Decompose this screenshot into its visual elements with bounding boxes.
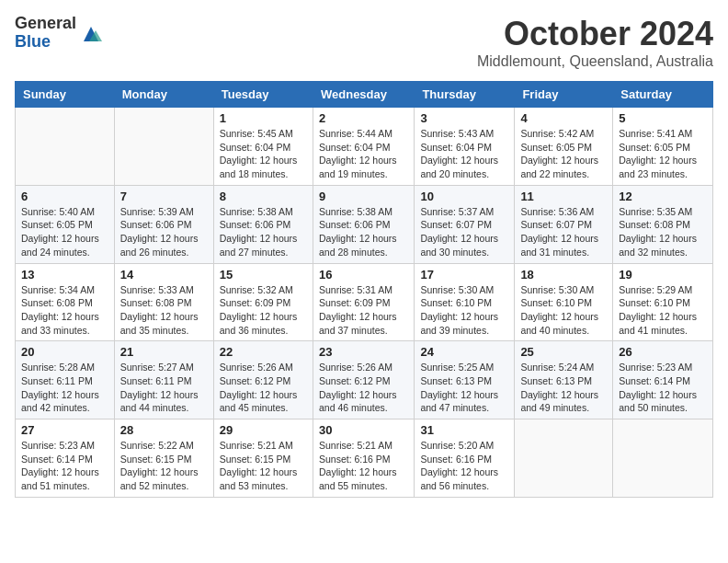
- calendar-cell: 7Sunrise: 5:39 AM Sunset: 6:06 PM Daylig…: [114, 185, 213, 263]
- day-number: 2: [319, 111, 408, 125]
- day-info: Sunrise: 5:43 AM Sunset: 6:04 PM Dayligh…: [420, 127, 508, 181]
- weekday-header-thursday: Thursday: [415, 82, 515, 108]
- day-number: 13: [21, 268, 108, 282]
- calendar-cell: 27Sunrise: 5:23 AM Sunset: 6:14 PM Dayli…: [16, 419, 115, 498]
- calendar-cell: 2Sunrise: 5:44 AM Sunset: 6:04 PM Daylig…: [313, 108, 414, 186]
- calendar-cell: 11Sunrise: 5:36 AM Sunset: 6:07 PM Dayli…: [515, 185, 613, 263]
- day-number: 8: [220, 190, 307, 203]
- day-number: 15: [220, 268, 307, 282]
- calendar-week-2: 6Sunrise: 5:40 AM Sunset: 6:05 PM Daylig…: [16, 185, 713, 263]
- calendar-cell: 25Sunrise: 5:24 AM Sunset: 6:13 PM Dayli…: [515, 341, 613, 419]
- day-info: Sunrise: 5:20 AM Sunset: 6:16 PM Dayligh…: [420, 439, 508, 493]
- calendar-cell: 8Sunrise: 5:38 AM Sunset: 6:06 PM Daylig…: [213, 185, 313, 263]
- day-info: Sunrise: 5:23 AM Sunset: 6:14 PM Dayligh…: [21, 439, 108, 493]
- calendar-cell: 18Sunrise: 5:30 AM Sunset: 6:10 PM Dayli…: [515, 263, 613, 341]
- day-number: 31: [420, 423, 508, 437]
- day-info: Sunrise: 5:38 AM Sunset: 6:06 PM Dayligh…: [220, 205, 307, 259]
- weekday-header-row: SundayMondayTuesdayWednesdayThursdayFrid…: [16, 82, 713, 108]
- calendar-cell: 4Sunrise: 5:42 AM Sunset: 6:05 PM Daylig…: [515, 108, 613, 186]
- day-number: 21: [120, 345, 208, 359]
- day-info: Sunrise: 5:33 AM Sunset: 6:08 PM Dayligh…: [120, 283, 208, 338]
- day-number: 20: [21, 345, 108, 359]
- day-number: 7: [120, 190, 208, 203]
- weekday-header-tuesday: Tuesday: [213, 82, 313, 108]
- day-number: 1: [220, 111, 307, 125]
- logo: General Blue: [15, 15, 102, 52]
- calendar-cell: [613, 419, 713, 498]
- day-info: Sunrise: 5:36 AM Sunset: 6:07 PM Dayligh…: [520, 205, 607, 259]
- title-block: October 2024 Middlemount, Queensland, Au…: [477, 15, 713, 70]
- day-number: 25: [520, 345, 607, 359]
- day-number: 26: [619, 345, 707, 359]
- day-info: Sunrise: 5:38 AM Sunset: 6:06 PM Dayligh…: [319, 205, 408, 259]
- day-info: Sunrise: 5:23 AM Sunset: 6:14 PM Dayligh…: [619, 361, 707, 415]
- day-number: 4: [520, 111, 607, 125]
- day-number: 18: [520, 268, 607, 282]
- day-number: 6: [21, 190, 108, 203]
- calendar-cell: 16Sunrise: 5:31 AM Sunset: 6:09 PM Dayli…: [313, 263, 414, 341]
- day-info: Sunrise: 5:30 AM Sunset: 6:10 PM Dayligh…: [420, 283, 508, 338]
- day-info: Sunrise: 5:21 AM Sunset: 6:16 PM Dayligh…: [319, 439, 408, 493]
- day-info: Sunrise: 5:25 AM Sunset: 6:13 PM Dayligh…: [420, 361, 508, 415]
- day-info: Sunrise: 5:21 AM Sunset: 6:15 PM Dayligh…: [220, 439, 307, 493]
- day-info: Sunrise: 5:44 AM Sunset: 6:04 PM Dayligh…: [319, 127, 408, 181]
- day-number: 5: [619, 111, 707, 125]
- calendar-cell: 24Sunrise: 5:25 AM Sunset: 6:13 PM Dayli…: [415, 341, 515, 419]
- day-number: 9: [319, 190, 408, 203]
- calendar-cell: 10Sunrise: 5:37 AM Sunset: 6:07 PM Dayli…: [415, 185, 515, 263]
- day-info: Sunrise: 5:29 AM Sunset: 6:10 PM Dayligh…: [619, 283, 707, 338]
- calendar-cell: 31Sunrise: 5:20 AM Sunset: 6:16 PM Dayli…: [415, 419, 515, 498]
- day-number: 17: [420, 268, 508, 282]
- calendar-week-3: 13Sunrise: 5:34 AM Sunset: 6:08 PM Dayli…: [16, 263, 713, 341]
- calendar-week-1: 1Sunrise: 5:45 AM Sunset: 6:04 PM Daylig…: [16, 108, 713, 186]
- day-number: 30: [319, 423, 408, 437]
- day-number: 24: [420, 345, 508, 359]
- day-number: 3: [420, 111, 508, 125]
- day-info: Sunrise: 5:39 AM Sunset: 6:06 PM Dayligh…: [120, 205, 208, 259]
- weekday-header-sunday: Sunday: [16, 82, 115, 108]
- day-number: 28: [120, 423, 208, 437]
- day-info: Sunrise: 5:26 AM Sunset: 6:12 PM Dayligh…: [319, 361, 408, 415]
- weekday-header-wednesday: Wednesday: [313, 82, 414, 108]
- day-info: Sunrise: 5:41 AM Sunset: 6:05 PM Dayligh…: [619, 127, 707, 181]
- month-title: October 2024: [477, 15, 713, 53]
- day-info: Sunrise: 5:42 AM Sunset: 6:05 PM Dayligh…: [520, 127, 607, 181]
- day-number: 27: [21, 423, 108, 437]
- calendar-cell: 15Sunrise: 5:32 AM Sunset: 6:09 PM Dayli…: [213, 263, 313, 341]
- day-info: Sunrise: 5:26 AM Sunset: 6:12 PM Dayligh…: [220, 361, 307, 415]
- logo-blue-text: Blue: [15, 33, 76, 52]
- calendar-cell: 13Sunrise: 5:34 AM Sunset: 6:08 PM Dayli…: [16, 263, 115, 341]
- day-info: Sunrise: 5:34 AM Sunset: 6:08 PM Dayligh…: [21, 283, 108, 338]
- calendar-cell: 20Sunrise: 5:28 AM Sunset: 6:11 PM Dayli…: [16, 341, 115, 419]
- day-info: Sunrise: 5:32 AM Sunset: 6:09 PM Dayligh…: [220, 283, 307, 338]
- calendar-cell: 5Sunrise: 5:41 AM Sunset: 6:05 PM Daylig…: [613, 108, 713, 186]
- day-info: Sunrise: 5:45 AM Sunset: 6:04 PM Dayligh…: [220, 127, 307, 181]
- day-number: 23: [319, 345, 408, 359]
- calendar-cell: 23Sunrise: 5:26 AM Sunset: 6:12 PM Dayli…: [313, 341, 414, 419]
- calendar-cell: 30Sunrise: 5:21 AM Sunset: 6:16 PM Dayli…: [313, 419, 414, 498]
- calendar-week-5: 27Sunrise: 5:23 AM Sunset: 6:14 PM Dayli…: [16, 419, 713, 498]
- calendar-cell: 28Sunrise: 5:22 AM Sunset: 6:15 PM Dayli…: [114, 419, 213, 498]
- calendar-cell: 17Sunrise: 5:30 AM Sunset: 6:10 PM Dayli…: [415, 263, 515, 341]
- logo-general-text: General: [15, 15, 76, 33]
- day-info: Sunrise: 5:35 AM Sunset: 6:08 PM Dayligh…: [619, 205, 707, 259]
- weekday-header-monday: Monday: [114, 82, 213, 108]
- day-number: 11: [520, 190, 607, 203]
- calendar-cell: [114, 108, 213, 186]
- logo-icon: [80, 23, 102, 45]
- day-info: Sunrise: 5:31 AM Sunset: 6:09 PM Dayligh…: [319, 283, 408, 338]
- day-info: Sunrise: 5:28 AM Sunset: 6:11 PM Dayligh…: [21, 361, 108, 415]
- weekday-header-friday: Friday: [515, 82, 613, 108]
- calendar-cell: 22Sunrise: 5:26 AM Sunset: 6:12 PM Dayli…: [213, 341, 313, 419]
- day-number: 16: [319, 268, 408, 282]
- calendar-cell: 21Sunrise: 5:27 AM Sunset: 6:11 PM Dayli…: [114, 341, 213, 419]
- day-info: Sunrise: 5:24 AM Sunset: 6:13 PM Dayligh…: [520, 361, 607, 415]
- calendar-cell: [16, 108, 115, 186]
- day-info: Sunrise: 5:22 AM Sunset: 6:15 PM Dayligh…: [120, 439, 208, 493]
- day-number: 22: [220, 345, 307, 359]
- calendar-cell: 6Sunrise: 5:40 AM Sunset: 6:05 PM Daylig…: [16, 185, 115, 263]
- calendar-cell: 19Sunrise: 5:29 AM Sunset: 6:10 PM Dayli…: [613, 263, 713, 341]
- day-info: Sunrise: 5:30 AM Sunset: 6:10 PM Dayligh…: [520, 283, 607, 338]
- page-header: General Blue October 2024 Middlemount, Q…: [15, 15, 713, 70]
- calendar-cell: 3Sunrise: 5:43 AM Sunset: 6:04 PM Daylig…: [415, 108, 515, 186]
